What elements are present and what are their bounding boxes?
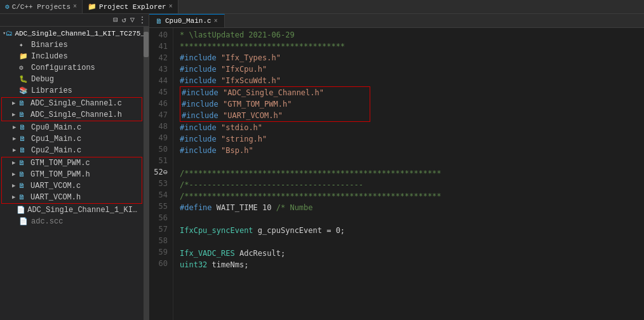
collapse-all-icon[interactable]: ⊟ [113, 15, 117, 25]
tree-item-configurations[interactable]: ⚙ Configurations [0, 62, 144, 74]
code-line-58 [180, 236, 644, 248]
gtm-h-label: GTM_TOM_PWM.h [30, 169, 90, 180]
tree-item-binaries[interactable]: ✦ Binaries [0, 39, 144, 51]
left-panel: ⊟ ↺ ▽ ⋮ ▾ 🗂 ADC_Single_Channel_1_KIT_TC2… [0, 14, 149, 320]
launch-icon: 📄 [17, 204, 25, 216]
debug-label: Debug [31, 74, 54, 85]
gtm-c-icon: 🗎 [18, 157, 29, 169]
editor-panel: 🗎 Cpu0_Main.c × 40 41 42 43 44 45 46 47 [149, 14, 644, 320]
sync-icon[interactable]: ↺ [122, 15, 126, 25]
ln-43: 43 [149, 63, 168, 75]
code-lines[interactable]: * \lastUpdated 2021-06-29 **************… [173, 28, 644, 320]
ln-54: 54 [149, 189, 168, 201]
uart-h-arrow: ▶ [12, 192, 18, 203]
cpu0-arrow: ▶ [13, 122, 19, 133]
code-line-55: #define WAIT_TIME 10 /* Numbe [180, 202, 644, 213]
editor-tab-close[interactable]: × [214, 18, 218, 25]
tree-item-includes[interactable]: 📁 Includes [0, 51, 144, 62]
code-line-46: #include "GTM_TOM_PWM.h" [180, 98, 370, 110]
code-line-44: #include "IfxScuWdt.h" [180, 75, 644, 86]
tab-project-explorer[interactable]: 📁 Project Explorer × [83, 0, 178, 13]
tree-item-cpu0[interactable]: ▶ 🗎 Cpu0_Main.c [0, 122, 144, 133]
line-numbers: 40 41 42 43 44 45 46 47 48 49 50 51 52⊖ … [149, 28, 173, 320]
tree-item-root[interactable]: ▾ 🗂 ADC_Single_Channel_1_KIT_TC275_LK [0, 28, 144, 39]
adc-c-icon: 🗎 [18, 98, 29, 109]
app-container: ⚙ C/C++ Projects × 📁 Project Explorer × … [0, 0, 644, 320]
cpu2-arrow: ▶ [13, 145, 19, 156]
ln-46: 46 [149, 98, 168, 109]
config-label: Configurations [31, 62, 95, 74]
cpu2-label: Cpu2_Main.c [31, 145, 81, 156]
top-tab-bar: ⚙ C/C++ Projects × 📁 Project Explorer × [0, 0, 644, 14]
tree-item-launch[interactable]: 📄 ADC_Single_Channel_1_KIT_TC275_LK.laun… [0, 204, 144, 216]
code-line-43: #include "IfxCpu.h" [180, 63, 644, 75]
includes-icon: 📁 [19, 51, 29, 62]
root-label: ADC_Single_Channel_1_KIT_TC275_LK [15, 28, 144, 39]
explorer-icon: 📁 [88, 3, 97, 11]
code-line-60: uint32 timeNms; [180, 259, 644, 270]
code-line-52: /***************************************… [180, 168, 644, 179]
tree-item-uart-c[interactable]: ▶ 🗎 UART_VCOM.c [2, 180, 142, 192]
tree-item-adcscc[interactable]: 📄 adc.scc [0, 216, 144, 227]
ln-44: 44 [149, 75, 168, 86]
code-line-53: /*-------------------------------------- [180, 179, 644, 190]
code-line-47: #include "UART_VCOM.h" [180, 110, 370, 121]
tab-explorer-close[interactable]: × [169, 3, 173, 10]
ln-42: 42 [149, 52, 168, 63]
tab-cpp-projects[interactable]: ⚙ C/C++ Projects × [0, 0, 83, 13]
code-line-50: #include "Bsp.h" [180, 145, 644, 156]
tree-item-uart-h[interactable]: ▶ 🗎 UART_VCOM.h [2, 192, 142, 203]
tree-scrollbar-thumb[interactable] [144, 32, 149, 57]
tree-scrollbar[interactable] [144, 27, 149, 320]
tree-item-cpu1[interactable]: ▶ 🗎 Cpu1_Main.c [0, 133, 144, 145]
filter-icon[interactable]: ▽ [130, 15, 135, 25]
tree-item-cpu2[interactable]: ▶ 🗎 Cpu2_Main.c [0, 145, 144, 156]
adc-h-icon: 🗎 [18, 109, 29, 121]
more-icon[interactable]: ⋮ [138, 15, 146, 25]
adc-c-arrow: ▶ [12, 98, 18, 109]
main-content: ⊟ ↺ ▽ ⋮ ▾ 🗂 ADC_Single_Channel_1_KIT_TC2… [0, 14, 644, 320]
uart-c-icon: 🗎 [18, 180, 29, 192]
code-line-56 [180, 213, 644, 225]
ln-49: 49 [149, 132, 168, 143]
binaries-label: Binaries [31, 39, 68, 51]
uart-h-label: UART_VCOM.h [30, 192, 81, 203]
highlight-group-gtm-uart: ▶ 🗎 GTM_TOM_PWM.c ▶ 🗎 GTM_TOM_PWM.h ▶ 🗎 [1, 157, 142, 204]
ln-58: 58 [149, 235, 168, 246]
ln-55: 55 [149, 201, 168, 212]
tree-with-scrollbar: ▾ 🗂 ADC_Single_Channel_1_KIT_TC275_LK ✦ … [0, 27, 149, 320]
code-line-49: #include "string.h" [180, 133, 644, 145]
tree-item-libraries[interactable]: 📚 Libraries [0, 85, 144, 97]
tree-item-adc-h[interactable]: ▶ 🗎 ADC_Single_Channel.h [2, 109, 142, 121]
editor-tab-label: Cpu0_Main.c [165, 17, 211, 25]
adcscc-label: adc.scc [31, 216, 63, 227]
code-area: 40 41 42 43 44 45 46 47 48 49 50 51 52⊖ … [149, 28, 644, 320]
project-tree: ▾ 🗂 ADC_Single_Channel_1_KIT_TC275_LK ✦ … [0, 27, 144, 320]
gtm-h-arrow: ▶ [12, 169, 18, 180]
editor-tab-cpu0[interactable]: 🗎 Cpu0_Main.c × [149, 14, 225, 27]
code-line-54: /***************************************… [180, 190, 644, 202]
cpu1-label: Cpu1_Main.c [31, 133, 81, 145]
code-line-48: #include "stdio.h" [180, 122, 644, 133]
ln-47: 47 [149, 109, 168, 121]
highlight-group-adc: ▶ 🗎 ADC_Single_Channel.c ▶ 🗎 ADC_Single_… [1, 97, 142, 121]
tree-item-debug[interactable]: 🐛 Debug [0, 74, 144, 85]
tab-cpp-close[interactable]: × [73, 3, 77, 10]
adc-h-label: ADC_Single_Channel.h [30, 109, 122, 121]
tree-item-adc-c[interactable]: ▶ 🗎 ADC_Single_Channel.c [2, 98, 142, 109]
uart-h-icon: 🗎 [18, 192, 29, 203]
adcscc-icon: 📄 [19, 216, 29, 227]
cpp-icon: ⚙ [5, 3, 10, 11]
libraries-label: Libraries [31, 85, 72, 97]
cpu2-icon: 🗎 [19, 145, 29, 156]
tree-item-gtm-c[interactable]: ▶ 🗎 GTM_TOM_PWM.c [2, 157, 142, 169]
uart-c-label: UART_VCOM.c [30, 180, 81, 192]
tree-item-gtm-h[interactable]: ▶ 🗎 GTM_TOM_PWM.h [2, 169, 142, 180]
adc-c-label: ADC_Single_Channel.c [30, 98, 122, 109]
ln-60: 60 [149, 258, 168, 269]
libraries-icon: 📚 [19, 85, 29, 97]
code-line-51 [180, 156, 644, 168]
panel-toolbar: ⊟ ↺ ▽ ⋮ [0, 14, 149, 27]
cpu1-icon: 🗎 [19, 133, 29, 145]
code-line-57: IfxCpu_syncEvent g_cpuSyncEvent = 0; [180, 225, 644, 236]
